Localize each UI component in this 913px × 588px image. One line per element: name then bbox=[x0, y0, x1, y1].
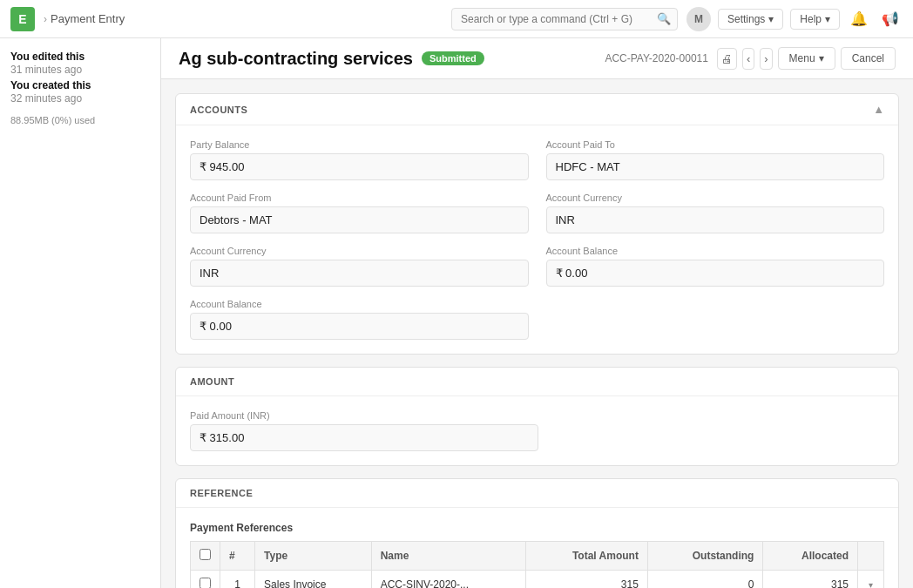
account-currency-left-value: INR bbox=[190, 260, 529, 287]
account-paid-from-value: Debtors - MAT bbox=[190, 206, 529, 233]
menu-button[interactable]: Menu ▾ bbox=[778, 47, 835, 70]
col-header-name: Name bbox=[371, 542, 525, 571]
account-currency-right-value: INR bbox=[546, 206, 885, 233]
account-paid-to-value: HDFC - MAT bbox=[546, 153, 885, 180]
sidebar: You edited this 31 minutes ago You creat… bbox=[0, 38, 161, 588]
account-paid-to-group: Account Paid To HDFC - MAT bbox=[546, 139, 885, 180]
accounts-section-title: ACCOUNTS bbox=[190, 105, 247, 115]
payment-references-label: Payment References bbox=[190, 522, 884, 534]
page-title-group: Ag sub-contracting services Submitted bbox=[179, 49, 484, 69]
sidebar-created-item: You created this 32 minutes ago bbox=[10, 79, 150, 105]
sidebar-edited-item: You edited this 31 minutes ago bbox=[10, 51, 150, 76]
breadcrumb-chevron: › bbox=[44, 13, 47, 25]
main-content: Ag sub-contracting services Submitted AC… bbox=[161, 38, 913, 588]
help-chevron-icon: ▾ bbox=[825, 13, 830, 25]
table-row: 1 Sales Invoice ACC-SINV-2020-... 315 0 … bbox=[191, 571, 884, 589]
accounts-section-body: Party Balance ₹ 945.00 Account Paid To H… bbox=[176, 125, 898, 354]
settings-button[interactable]: Settings ▾ bbox=[718, 9, 783, 30]
account-paid-from-group: Account Paid From Debtors - MAT bbox=[190, 193, 529, 233]
reference-section-title: REFERENCE bbox=[190, 488, 253, 498]
settings-chevron-icon: ▾ bbox=[768, 13, 774, 25]
reference-section-body: Payment References # Type Name Total Amo… bbox=[176, 508, 898, 588]
row-checkbox-cell bbox=[191, 571, 220, 589]
row-name: ACC-SINV-2020-... bbox=[371, 571, 525, 589]
select-all-checkbox[interactable] bbox=[200, 549, 211, 560]
row-checkbox[interactable] bbox=[200, 578, 211, 588]
row-num: 1 bbox=[220, 571, 255, 589]
row-dropdown-icon: ▾ bbox=[869, 580, 873, 588]
row-allocated: 315 bbox=[763, 571, 858, 589]
party-balance-label: Party Balance bbox=[190, 139, 529, 150]
accounts-toggle-icon: ▲ bbox=[873, 103, 884, 116]
account-balance-left-value: ₹ 0.00 bbox=[190, 313, 529, 340]
document-id: ACC-PAY-2020-00011 bbox=[605, 52, 708, 64]
select-all-header bbox=[191, 542, 220, 571]
account-currency-right-group: Account Currency INR bbox=[546, 193, 885, 233]
account-balance-right-label: Account Balance bbox=[546, 246, 885, 256]
party-balance-value: ₹ 945.00 bbox=[190, 153, 529, 180]
page-header: Ag sub-contracting services Submitted AC… bbox=[161, 38, 913, 79]
paid-amount-label: Paid Amount (INR) bbox=[190, 410, 538, 421]
row-dropdown[interactable]: ▾ bbox=[858, 571, 884, 589]
accounts-section: ACCOUNTS ▲ Party Balance ₹ 945.00 Accoun… bbox=[175, 93, 899, 355]
announcements-button[interactable]: 📢 bbox=[878, 7, 903, 31]
account-paid-from-label: Account Paid From bbox=[190, 193, 529, 203]
row-total-amount: 315 bbox=[525, 571, 647, 589]
row-type: Sales Invoice bbox=[255, 571, 372, 589]
page-title: Ag sub-contracting services bbox=[179, 49, 413, 69]
account-paid-to-label: Account Paid To bbox=[546, 139, 885, 150]
amount-section-title: AMOUNT bbox=[190, 376, 234, 387]
app-logo[interactable]: E bbox=[10, 7, 35, 31]
col-header-num: # bbox=[220, 542, 255, 571]
breadcrumb-title[interactable]: Payment Entry bbox=[51, 12, 125, 25]
amount-section: AMOUNT Paid Amount (INR) ₹ 315.00 bbox=[175, 367, 899, 466]
col-header-type: Type bbox=[255, 542, 372, 571]
account-currency-left-group: Account Currency INR bbox=[190, 246, 529, 287]
table-header-row: # Type Name Total Amount Outstanding All… bbox=[191, 542, 884, 571]
notifications-button[interactable]: 🔔 bbox=[847, 7, 871, 31]
print-button[interactable]: 🖨 bbox=[717, 48, 737, 70]
menu-chevron-icon: ▾ bbox=[819, 52, 824, 64]
payment-references-table: # Type Name Total Amount Outstanding All… bbox=[190, 541, 884, 588]
row-outstanding: 0 bbox=[647, 571, 763, 589]
search-icon: 🔍 bbox=[657, 12, 671, 25]
paid-amount-value: ₹ 315.00 bbox=[190, 424, 538, 451]
accounts-form-grid: Party Balance ₹ 945.00 Account Paid To H… bbox=[190, 139, 884, 340]
paid-amount-group: Paid Amount (INR) ₹ 315.00 bbox=[190, 410, 538, 451]
page-wrapper: You edited this 31 minutes ago You creat… bbox=[0, 0, 913, 588]
search-input[interactable] bbox=[451, 8, 678, 30]
amount-section-body: Paid Amount (INR) ₹ 315.00 bbox=[176, 396, 898, 465]
nav-actions: M Settings ▾ Help ▾ 🔔 📢 bbox=[686, 7, 903, 31]
prev-doc-button[interactable]: ‹ bbox=[742, 48, 754, 70]
account-balance-left-group: Account Balance ₹ 0.00 bbox=[190, 299, 529, 340]
table-header: # Type Name Total Amount Outstanding All… bbox=[191, 542, 884, 571]
top-navigation: E › Payment Entry 🔍 M Settings ▾ Help ▾ … bbox=[0, 0, 913, 38]
header-actions: ACC-PAY-2020-00011 🖨 ‹ › Menu ▾ Cancel bbox=[605, 47, 896, 70]
account-balance-left-label: Account Balance bbox=[190, 299, 529, 309]
reference-section-header[interactable]: REFERENCE bbox=[176, 479, 898, 508]
col-header-outstanding: Outstanding bbox=[647, 542, 763, 571]
account-currency-right-label: Account Currency bbox=[546, 193, 885, 203]
account-balance-right-value: ₹ 0.00 bbox=[546, 260, 885, 287]
sidebar-storage: 88.95MB (0%) used bbox=[10, 115, 150, 125]
table-body: 1 Sales Invoice ACC-SINV-2020-... 315 0 … bbox=[191, 571, 884, 589]
status-badge: Submitted bbox=[422, 51, 484, 65]
accounts-section-header[interactable]: ACCOUNTS ▲ bbox=[176, 94, 898, 125]
help-button[interactable]: Help ▾ bbox=[790, 9, 840, 30]
next-doc-button[interactable]: › bbox=[760, 48, 772, 70]
content-area: ACCOUNTS ▲ Party Balance ₹ 945.00 Accoun… bbox=[161, 79, 913, 588]
col-header-actions bbox=[858, 542, 884, 571]
avatar[interactable]: M bbox=[686, 7, 711, 31]
reference-section: REFERENCE Payment References # Type bbox=[175, 478, 899, 588]
col-header-allocated: Allocated bbox=[763, 542, 858, 571]
amount-section-header[interactable]: AMOUNT bbox=[176, 368, 898, 396]
account-currency-left-label: Account Currency bbox=[190, 246, 529, 256]
party-balance-group: Party Balance ₹ 945.00 bbox=[190, 139, 529, 180]
account-balance-right-group: Account Balance ₹ 0.00 bbox=[546, 246, 885, 287]
search-container: 🔍 bbox=[451, 8, 678, 30]
cancel-button[interactable]: Cancel bbox=[841, 47, 896, 70]
col-header-total-amount: Total Amount bbox=[525, 542, 647, 571]
